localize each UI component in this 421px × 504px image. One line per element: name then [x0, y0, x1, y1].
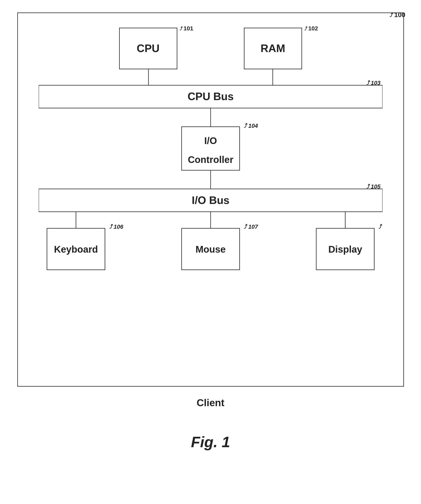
svg-text:Keyboard: Keyboard	[54, 244, 98, 255]
svg-text:⤴ 108: ⤴ 108	[378, 223, 383, 230]
top-row: CPU ⤴ 101 RAM ⤴ 102	[39, 28, 383, 69]
ram-box: RAM ⤴ 102	[244, 28, 302, 69]
svg-text:⤴ 104: ⤴ 104	[244, 123, 258, 129]
ref-100-label: ⤴ 100	[389, 11, 405, 19]
svg-text:⤴ 107: ⤴ 107	[244, 223, 258, 230]
client-label: Client	[197, 397, 224, 408]
ram-ref: ⤴ 102	[304, 25, 318, 32]
cpu-label: CPU	[137, 42, 160, 54]
figure-label: Fig. 1	[191, 433, 230, 450]
svg-text:Mouse: Mouse	[195, 244, 226, 255]
svg-text:⤴ 103: ⤴ 103	[366, 80, 380, 86]
page-container: ⤴ 100 CPU ⤴ 101 RAM ⤴ 102	[17, 12, 404, 450]
cpu-box: CPU ⤴ 101	[119, 28, 177, 69]
svg-text:⤴ 106: ⤴ 106	[109, 223, 123, 230]
svg-text:Display: Display	[328, 244, 362, 255]
cpu-ref: ⤴ 101	[179, 25, 193, 32]
svg-text:I/O: I/O	[204, 135, 217, 146]
diagram-outer-box: ⤴ 100 CPU ⤴ 101 RAM ⤴ 102	[17, 12, 404, 387]
svg-text:I/O Bus: I/O Bus	[192, 194, 229, 206]
ram-label: RAM	[261, 42, 285, 54]
connectors-svg: CPU Bus ⤴ 103 I/O Controller ⤴ 104 I/O B…	[39, 69, 383, 369]
svg-text:Controller: Controller	[188, 154, 233, 165]
svg-text:⤴ 105: ⤴ 105	[366, 183, 380, 190]
svg-text:CPU Bus: CPU Bus	[187, 90, 234, 102]
